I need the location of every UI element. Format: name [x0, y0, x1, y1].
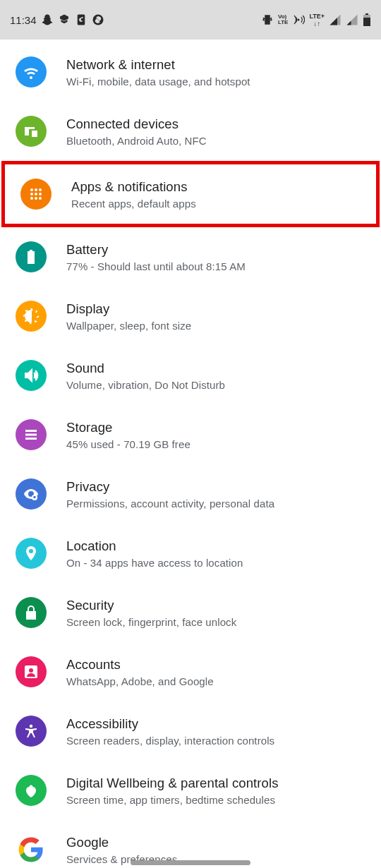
row-text: Digital Wellbeing & parental controlsScr… — [66, 776, 365, 806]
row-subtitle: Recent apps, default apps — [71, 198, 361, 210]
svg-rect-15 — [25, 430, 37, 432]
status-bar: 11:34 Vo)LTE LTE+↓↑ — [0, 0, 381, 40]
row-title: Accessibility — [66, 716, 365, 732]
volte-icon: Vo)LTE — [278, 14, 289, 25]
row-subtitle: Permissions, account activity, personal … — [66, 498, 365, 510]
row-title: Google — [66, 835, 365, 850]
row-title: Privacy — [66, 479, 365, 495]
location-icon — [16, 538, 47, 569]
row-text: Network & internetWi-Fi, mobile, data us… — [66, 57, 365, 88]
printer-icon — [58, 13, 71, 26]
row-subtitle: Screen time, app timers, bedtime schedul… — [66, 794, 365, 806]
security-icon — [16, 597, 47, 628]
settings-row-location[interactable]: LocationOn - 34 apps have access to loca… — [0, 524, 381, 583]
settings-row-security[interactable]: SecurityScreen lock, fingerprint, face u… — [0, 583, 381, 642]
svg-rect-3 — [365, 13, 368, 15]
settings-row-battery[interactable]: Battery77% - Should last until about 8:1… — [0, 227, 381, 287]
svg-point-6 — [30, 188, 33, 191]
svg-point-9 — [30, 193, 33, 195]
row-subtitle: WhatsApp, Adobe, and Google — [66, 675, 365, 687]
svg-point-8 — [39, 188, 42, 191]
signal-icon-1 — [329, 13, 341, 26]
row-text: Storage45% used - 70.19 GB free — [66, 420, 365, 450]
row-subtitle: 77% - Should last until about 8:15 AM — [66, 260, 365, 272]
sound-icon — [16, 360, 47, 391]
svg-rect-19 — [34, 496, 36, 498]
settings-row-storage[interactable]: Storage45% used - 70.19 GB free — [0, 405, 381, 464]
row-text: Battery77% - Should last until about 8:1… — [66, 242, 365, 272]
settings-row-apps[interactable]: Apps & notificationsRecent apps, default… — [5, 164, 376, 224]
shazam-icon — [92, 13, 104, 26]
phone-refresh-icon — [75, 13, 87, 26]
row-text: DisplayWallpaper, sleep, font size — [66, 301, 365, 332]
svg-point-11 — [39, 193, 42, 195]
svg-point-10 — [35, 193, 37, 195]
devices-icon — [16, 116, 47, 147]
lte-plus-icon: LTE+↓↑ — [309, 13, 325, 28]
svg-point-12 — [30, 197, 33, 200]
svg-point-2 — [298, 19, 300, 21]
row-title: Battery — [66, 242, 365, 258]
network-icon — [16, 56, 47, 88]
svg-point-21 — [29, 668, 33, 673]
status-time: 11:34 — [10, 14, 37, 26]
svg-rect-5 — [363, 18, 370, 26]
row-title: Security — [66, 598, 365, 613]
svg-point-13 — [35, 197, 37, 200]
row-subtitle: Bluetooth, Android Auto, NFC — [66, 135, 365, 147]
navigation-pill[interactable] — [131, 860, 250, 865]
settings-row-accounts[interactable]: AccountsWhatsApp, Adobe, and Google — [0, 642, 381, 701]
snapchat-icon — [41, 13, 54, 26]
row-subtitle: Wallpaper, sleep, font size — [66, 320, 365, 332]
row-subtitle: 45% used - 70.19 GB free — [66, 438, 365, 450]
row-title: Storage — [66, 420, 365, 435]
row-text: SecurityScreen lock, fingerprint, face u… — [66, 598, 365, 628]
settings-row-wellbeing[interactable]: Digital Wellbeing & parental controlsScr… — [0, 761, 381, 820]
hotspot-icon — [292, 13, 305, 26]
battery-icon — [16, 241, 47, 272]
vibrate-icon — [261, 13, 274, 26]
row-title: Accounts — [66, 657, 365, 673]
row-text: AccountsWhatsApp, Adobe, and Google — [66, 657, 365, 687]
battery-icon — [363, 13, 371, 26]
row-title: Location — [66, 538, 365, 554]
row-title: Connected devices — [66, 116, 365, 132]
svg-point-7 — [35, 188, 37, 191]
settings-row-devices[interactable]: Connected devicesBluetooth, Android Auto… — [0, 102, 381, 161]
settings-row-a11y[interactable]: AccessibilityScreen readers, display, in… — [0, 701, 381, 761]
google-icon — [16, 834, 47, 865]
row-subtitle: Screen readers, display, interaction con… — [66, 735, 365, 747]
svg-point-0 — [92, 15, 103, 25]
row-title: Display — [66, 301, 365, 317]
storage-icon — [16, 419, 47, 450]
svg-rect-1 — [265, 16, 270, 24]
row-title: Digital Wellbeing & parental controls — [66, 776, 365, 791]
row-text: PrivacyPermissions, account activity, pe… — [66, 479, 365, 510]
settings-list: Network & internetWi-Fi, mobile, data us… — [0, 40, 381, 868]
settings-row-network[interactable]: Network & internetWi-Fi, mobile, data us… — [0, 42, 381, 102]
svg-point-22 — [30, 725, 32, 728]
settings-row-privacy[interactable]: PrivacyPermissions, account activity, pe… — [0, 464, 381, 524]
row-title: Network & internet — [66, 57, 365, 73]
row-subtitle: Wi-Fi, mobile, data usage, and hotspot — [66, 76, 365, 88]
a11y-icon — [16, 716, 47, 747]
row-text: SoundVolume, vibration, Do Not Disturb — [66, 361, 365, 391]
svg-rect-16 — [25, 434, 37, 436]
svg-point-14 — [39, 197, 42, 200]
settings-row-sound[interactable]: SoundVolume, vibration, Do Not Disturb — [0, 346, 381, 405]
status-right: Vo)LTE LTE+↓↑ — [261, 13, 371, 28]
apps-icon — [20, 179, 52, 210]
row-subtitle: Volume, vibration, Do Not Disturb — [66, 379, 365, 391]
signal-icon-2 — [346, 13, 358, 26]
privacy-icon — [16, 478, 47, 510]
display-icon — [16, 301, 47, 332]
accounts-icon — [16, 656, 47, 687]
settings-row-display[interactable]: DisplayWallpaper, sleep, font size — [0, 287, 381, 346]
svg-rect-17 — [25, 438, 37, 440]
row-text: Connected devicesBluetooth, Android Auto… — [66, 116, 365, 147]
row-text: LocationOn - 34 apps have access to loca… — [66, 538, 365, 569]
row-title: Apps & notifications — [71, 179, 361, 195]
row-subtitle: Screen lock, fingerprint, face unlock — [66, 616, 365, 628]
row-subtitle: On - 34 apps have access to location — [66, 557, 365, 569]
row-text: Apps & notificationsRecent apps, default… — [71, 179, 361, 210]
